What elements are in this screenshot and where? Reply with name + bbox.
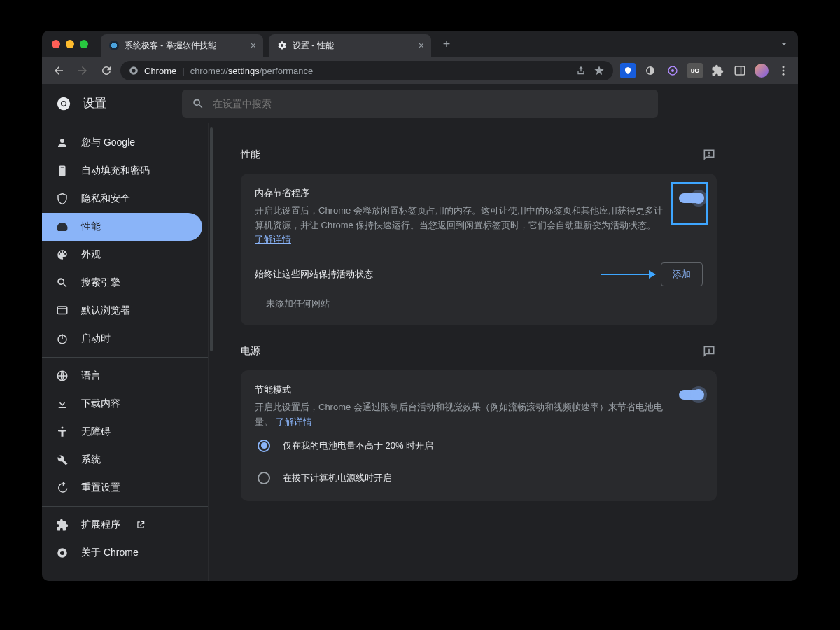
section-header-performance: 性能 [241, 147, 717, 162]
tab-title: 设置 - 性能 [293, 40, 413, 52]
menu-icon[interactable] [776, 63, 791, 78]
energy-saver-toggle[interactable] [679, 390, 703, 400]
svg-point-20 [60, 551, 64, 555]
sidebar-item-about-chrome[interactable]: 关于 Chrome [42, 539, 202, 567]
shield-icon [56, 192, 69, 205]
divider [42, 506, 208, 507]
url-path-rest: /performance [260, 66, 314, 76]
svg-point-1 [132, 69, 135, 72]
sidebar-item-on-startup[interactable]: 启动时 [42, 325, 202, 353]
puzzle-icon [56, 519, 69, 531]
svg-rect-13 [57, 307, 67, 314]
extensions-puzzle-icon[interactable] [710, 63, 725, 78]
tab-1[interactable]: 系统极客 - 掌握软件技能 × [101, 34, 263, 57]
extension-icons: uO [620, 63, 791, 78]
section-title: 性能 [241, 148, 260, 161]
external-link-icon [136, 520, 146, 530]
download-icon [56, 398, 69, 410]
sidebar-item-privacy[interactable]: 隐私和安全 [42, 185, 202, 213]
url-path: settings [228, 66, 260, 76]
sidebar-item-autofill[interactable]: 自动填充和密码 [42, 157, 202, 185]
power-icon [56, 332, 69, 345]
gear-icon [277, 41, 287, 50]
memory-saver-toggle[interactable] [679, 193, 703, 203]
radio-unchecked-icon [258, 472, 270, 484]
extension-icon[interactable] [643, 63, 658, 78]
section-header-power: 电源 [241, 344, 717, 359]
reload-button[interactable] [97, 61, 116, 80]
sidebar-item-downloads[interactable]: 下载内容 [42, 390, 202, 418]
svg-point-12 [62, 102, 66, 106]
tabs-dropdown-icon[interactable] [778, 38, 790, 50]
url: chrome:// settings /performance [190, 66, 314, 76]
tab-2[interactable]: 设置 - 性能 × [269, 34, 431, 57]
svg-point-22 [709, 155, 710, 156]
maximize-window-button[interactable] [80, 40, 88, 48]
svg-point-18 [62, 427, 64, 429]
learn-more-link[interactable]: 了解详情 [255, 234, 291, 244]
sidebar-item-default-browser[interactable]: 默认浏览器 [42, 297, 202, 325]
sidebar-item-label: 语言 [81, 370, 101, 382]
setting-title: 节能模式 [255, 383, 665, 398]
tab-title: 系统极客 - 掌握软件技能 [125, 40, 245, 52]
sidebar-item-label: 外观 [81, 248, 101, 261]
svg-point-8 [783, 70, 785, 72]
sidepanel-icon[interactable] [732, 63, 748, 78]
settings-search[interactable] [182, 90, 658, 118]
setting-description: 开启此设置后，Chrome 会通过限制后台活动和视觉效果（例如流畅滚动和视频帧速… [255, 402, 663, 427]
sidebar-item-reset[interactable]: 重置设置 [42, 474, 202, 502]
toolbar: Chrome | chrome:// settings /performance… [42, 57, 798, 84]
svg-point-4 [671, 69, 674, 72]
sidebar-item-label: 自动填充和密码 [81, 164, 150, 177]
minimize-window-button[interactable] [66, 40, 74, 48]
new-tab-button[interactable]: + [437, 34, 456, 54]
annotation-arrow [601, 274, 655, 275]
sidebar-item-accessibility[interactable]: 无障碍 [42, 418, 202, 446]
globe-icon [56, 370, 69, 382]
svg-rect-5 [735, 66, 745, 75]
main-content: 性能 内存节省程序 开启此设置后，Chrome 会释放闲置标签页占用的内存。这可… [213, 123, 798, 581]
settings-search-input[interactable] [213, 98, 648, 109]
sidebar-item-label: 默认浏览器 [81, 304, 130, 317]
search-icon [56, 276, 69, 289]
energy-saver-card: 节能模式 开启此设置后，Chrome 会通过限制后台活动和视觉效果（例如流畅滚动… [241, 370, 717, 500]
learn-more-link[interactable]: 了解详情 [276, 416, 312, 427]
energy-option-unplugged[interactable]: 在拔下计算机电源线时开启 [255, 462, 703, 494]
back-button[interactable] [49, 61, 69, 80]
sidebar-item-label: 关于 Chrome [81, 547, 139, 559]
star-icon[interactable] [594, 65, 605, 76]
sidebar-item-performance[interactable]: 性能 [42, 213, 202, 241]
palette-icon [56, 248, 69, 261]
close-window-button[interactable] [52, 40, 60, 48]
sidebar-item-you-and-google[interactable]: 您与 Google [42, 129, 202, 157]
radio-checked-icon [258, 440, 270, 452]
share-icon[interactable] [575, 65, 587, 76]
feedback-icon[interactable] [701, 147, 717, 162]
sidebar-item-search-engine[interactable]: 搜索引擎 [42, 269, 202, 297]
profile-avatar[interactable] [755, 64, 769, 78]
sidebar-item-appearance[interactable]: 外观 [42, 241, 202, 269]
extension-ublock-icon[interactable]: uO [687, 63, 703, 78]
forward-button[interactable] [73, 61, 92, 80]
sidebar-item-label: 隐私和安全 [81, 192, 130, 205]
energy-option-battery[interactable]: 仅在我的电池电量不高于 20% 时开启 [255, 430, 703, 462]
close-tab-icon[interactable]: × [419, 40, 424, 51]
sidebar-item-extensions[interactable]: 扩展程序 [42, 511, 202, 539]
sidebar-item-languages[interactable]: 语言 [42, 362, 202, 390]
search-icon [192, 97, 204, 110]
section-title: 电源 [241, 345, 260, 358]
extension-icon[interactable] [665, 63, 680, 78]
address-bar[interactable]: Chrome | chrome:// settings /performance [120, 61, 613, 80]
add-site-button[interactable]: 添加 [661, 262, 703, 286]
close-tab-icon[interactable]: × [251, 40, 256, 51]
setting-description: 开启此设置后，Chrome 会释放闲置标签页占用的内存。这可让使用中的标签页和其… [255, 205, 663, 230]
wrench-icon [56, 454, 69, 466]
annotation-highlight [671, 182, 708, 225]
svg-point-24 [709, 352, 710, 353]
setting-title: 内存节省程序 [255, 186, 665, 201]
feedback-icon[interactable] [701, 344, 717, 359]
browser-icon [56, 304, 69, 317]
radio-label: 仅在我的电池电量不高于 20% 时开启 [283, 440, 433, 452]
extension-bitwarden-icon[interactable] [620, 63, 636, 78]
sidebar-item-system[interactable]: 系统 [42, 446, 202, 474]
